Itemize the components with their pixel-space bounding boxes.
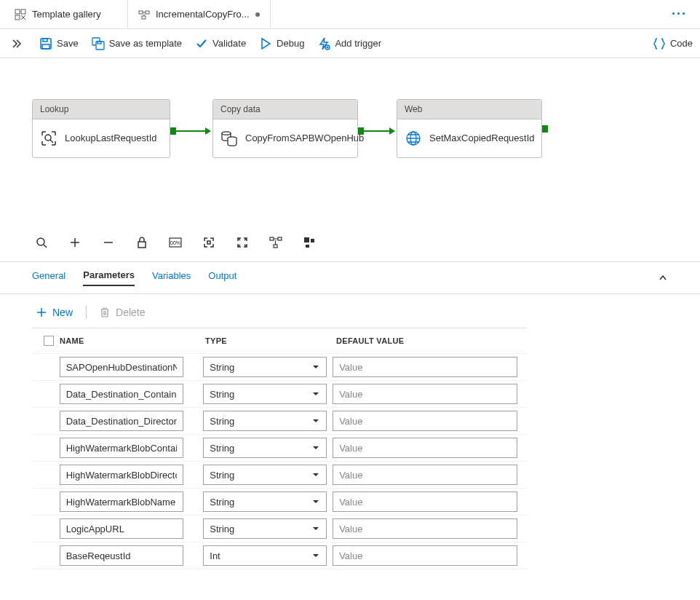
zoom-in-icon[interactable]: [68, 236, 81, 249]
tab-variables[interactable]: Variables: [152, 270, 191, 285]
param-name-input[interactable]: [60, 384, 183, 404]
svg-rect-26: [304, 237, 309, 242]
activity-name: CopyFromSAPBWOpenHub: [245, 133, 364, 145]
zoom-out-icon[interactable]: [102, 236, 115, 249]
zoom-search-icon[interactable]: [35, 236, 48, 249]
button-label: Delete: [116, 307, 145, 318]
minimap-icon[interactable]: [303, 236, 316, 249]
fullscreen-icon[interactable]: [236, 236, 249, 249]
svg-rect-8: [42, 44, 49, 49]
svg-rect-2: [15, 15, 20, 20]
activity-type: Copy data: [213, 100, 357, 119]
parameter-actions: New Delete: [0, 294, 700, 328]
check-icon: [195, 37, 208, 50]
param-default-input[interactable]: [333, 384, 517, 404]
parameters-table: NAME TYPE DEFAULT VALUE: [32, 328, 527, 569]
activity-type: Web: [397, 100, 541, 119]
svg-rect-0: [15, 9, 20, 14]
svg-rect-25: [274, 245, 277, 248]
debug-button[interactable]: Debug: [259, 37, 304, 50]
svg-rect-24: [278, 237, 282, 240]
param-default-input[interactable]: [333, 518, 517, 539]
button-label: Save: [57, 38, 79, 49]
activity-name: LookupLastRequestId: [65, 133, 156, 145]
tab-template-gallery[interactable]: Template gallery: [4, 0, 128, 28]
tab-label: Template gallery: [32, 9, 101, 20]
param-default-input[interactable]: [333, 492, 517, 512]
new-parameter-button[interactable]: New: [36, 307, 73, 318]
svg-rect-23: [270, 237, 274, 240]
param-default-input[interactable]: [333, 357, 517, 377]
button-label: Debug: [277, 38, 304, 49]
param-name-input[interactable]: [60, 492, 183, 512]
lookup-icon: [40, 130, 57, 147]
output-port[interactable]: [542, 125, 548, 133]
param-type-select[interactable]: [203, 438, 327, 458]
table-row: [32, 542, 527, 569]
table-row: [32, 515, 527, 542]
svg-rect-28: [306, 245, 309, 248]
expand-panel-icon[interactable]: [7, 36, 26, 52]
tab-general[interactable]: General: [32, 270, 65, 285]
lock-icon[interactable]: [135, 236, 148, 249]
table-row: [32, 488, 527, 515]
param-type-select[interactable]: [203, 518, 327, 539]
gallery-icon: [15, 9, 26, 20]
tab-pipeline[interactable]: IncrementalCopyFro...: [128, 0, 271, 28]
pipeline-icon: [138, 9, 150, 20]
param-default-input[interactable]: [333, 545, 517, 566]
param-name-input[interactable]: [60, 465, 183, 485]
toolbar: Save Save as template Validate Debug Add…: [0, 29, 700, 58]
param-type-select[interactable]: [203, 492, 327, 512]
param-name-input[interactable]: [60, 357, 183, 377]
auto-layout-icon[interactable]: [269, 236, 282, 249]
param-name-input[interactable]: [60, 438, 183, 458]
table-row: [32, 353, 527, 380]
svg-point-14: [222, 132, 231, 135]
col-name: NAME: [60, 336, 205, 345]
activity-type: Lookup: [33, 100, 170, 119]
activity-web[interactable]: Web SetMaxCopiedRequestId: [397, 99, 542, 158]
save-as-template-button[interactable]: Save as template: [92, 37, 182, 50]
param-type-select[interactable]: [203, 465, 327, 485]
select-all-checkbox[interactable]: [44, 336, 54, 346]
col-type: TYPE: [205, 336, 336, 345]
svg-point-13: [45, 135, 51, 141]
param-default-input[interactable]: [333, 411, 517, 431]
param-type-select[interactable]: [203, 411, 327, 431]
delete-parameter-button[interactable]: Delete: [100, 307, 145, 318]
param-type-select[interactable]: [203, 357, 327, 377]
col-default: DEFAULT VALUE: [336, 336, 518, 345]
connector-2: [358, 127, 395, 135]
code-view-button[interactable]: Code: [653, 37, 693, 50]
svg-rect-27: [311, 239, 314, 242]
pipeline-canvas[interactable]: Lookup LookupLastRequestId Copy data Cop…: [0, 58, 700, 262]
table-row: [32, 461, 527, 488]
param-name-input[interactable]: [60, 411, 183, 431]
svg-rect-3: [139, 11, 143, 14]
param-default-input[interactable]: [333, 465, 517, 485]
trigger-icon: [317, 37, 330, 50]
param-type-select[interactable]: [203, 384, 327, 404]
svg-text:00%: 00%: [170, 240, 180, 245]
param-name-input[interactable]: [60, 545, 183, 566]
web-icon: [405, 130, 422, 147]
table-header: NAME TYPE DEFAULT VALUE: [32, 328, 527, 353]
validate-button[interactable]: Validate: [195, 37, 246, 50]
zoom-100-icon[interactable]: 00%: [169, 236, 182, 249]
tab-output[interactable]: Output: [208, 270, 236, 285]
param-name-input[interactable]: [60, 518, 183, 539]
save-button[interactable]: Save: [39, 37, 79, 50]
save-icon: [39, 37, 52, 50]
activity-lookup[interactable]: Lookup LookupLastRequestId: [32, 99, 170, 158]
tab-parameters[interactable]: Parameters: [83, 269, 135, 286]
overflow-menu[interactable]: ···: [659, 7, 700, 22]
add-trigger-button[interactable]: Add trigger: [317, 37, 381, 50]
param-default-input[interactable]: [333, 438, 517, 458]
svg-rect-1: [21, 9, 25, 14]
activity-copy[interactable]: Copy data CopyFromSAPBWOpenHub: [212, 99, 358, 158]
param-type-select[interactable]: [203, 545, 327, 566]
svg-point-18: [37, 238, 44, 245]
collapse-panel-icon[interactable]: [658, 273, 668, 283]
fit-screen-icon[interactable]: [202, 236, 215, 249]
